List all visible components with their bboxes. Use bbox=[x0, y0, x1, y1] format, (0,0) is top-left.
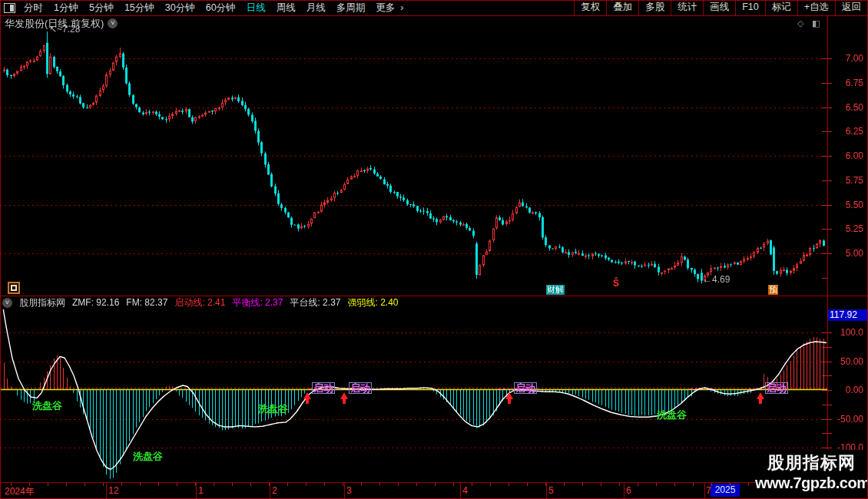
week-tick bbox=[140, 483, 141, 486]
watermark-url: www.7gpzb.com bbox=[755, 474, 868, 492]
watermark-site-name: 股朋指标网 bbox=[755, 451, 868, 474]
price-axis-label: 5.50 bbox=[830, 200, 863, 210]
month-label: 7 bbox=[706, 485, 711, 496]
week-tick bbox=[638, 483, 638, 486]
indicator-axis-tick bbox=[828, 332, 832, 333]
menu-item-更多[interactable]: 更多 bbox=[370, 1, 400, 15]
indicator-axis-tick bbox=[828, 405, 832, 405]
menu-item-F10[interactable]: F10 bbox=[735, 0, 765, 15]
week-tick bbox=[674, 483, 675, 486]
menu-item-月线[interactable]: 月线 bbox=[301, 1, 331, 15]
panel-divider[interactable] bbox=[0, 296, 868, 296]
menu-item-复权[interactable]: 复权 bbox=[574, 0, 606, 15]
axis-divider bbox=[827, 16, 828, 482]
month-divider bbox=[460, 483, 461, 498]
menu-item-1分钟[interactable]: 1分钟 bbox=[48, 1, 84, 15]
price-axis-tick bbox=[828, 58, 832, 59]
indicator-axis-tick bbox=[828, 375, 832, 376]
menu-item-标记[interactable]: 标记 bbox=[765, 0, 797, 15]
price-axis-tick bbox=[828, 107, 832, 108]
week-tick bbox=[730, 483, 731, 486]
month-divider bbox=[704, 483, 705, 498]
week-tick bbox=[250, 483, 251, 486]
split-window-icon[interactable] bbox=[4, 3, 15, 13]
menu-item-分时[interactable]: 分时 bbox=[18, 1, 48, 15]
menu-item-返回[interactable]: 返回 bbox=[835, 0, 867, 15]
week-tick bbox=[582, 483, 583, 486]
title-bar-icon-0[interactable]: ◇ bbox=[797, 18, 803, 28]
week-tick bbox=[324, 483, 325, 486]
chart-title-bar[interactable]: 华发股份(日线.前复权) ˅ bbox=[5, 18, 118, 29]
indicator-field-0: ZMF: 92.16 bbox=[72, 297, 119, 308]
week-tick bbox=[177, 483, 177, 486]
price-axis-label: 6.00 bbox=[830, 150, 863, 161]
week-tick bbox=[619, 483, 620, 486]
indicator-current-value: 117.92 bbox=[828, 309, 868, 321]
price-axis-label: 6.25 bbox=[830, 126, 863, 137]
price-axis-label: 6.50 bbox=[830, 102, 863, 113]
price-axis-tick bbox=[828, 156, 832, 157]
month-label: 2 bbox=[272, 485, 277, 496]
menu-item-周线[interactable]: 周线 bbox=[271, 1, 301, 15]
price-axis-label: 7.00 bbox=[830, 53, 863, 64]
menu-item-日线[interactable]: 日线 bbox=[241, 1, 271, 15]
price-axis-tick bbox=[828, 205, 832, 206]
title-bar-icon-1[interactable]: ◧ bbox=[812, 18, 820, 28]
chevron-down-icon[interactable]: ˅ bbox=[2, 298, 12, 308]
menu-item-多股[interactable]: 多股 bbox=[638, 0, 671, 15]
more-arrow-icon[interactable]: › bbox=[400, 1, 403, 15]
tool-menu-items: 复权叠加多股统计画线F10标记+自选返回 bbox=[574, 0, 867, 15]
price-axis-label: 5.75 bbox=[830, 175, 863, 186]
menu-item-叠加[interactable]: 叠加 bbox=[606, 0, 638, 15]
week-tick bbox=[29, 483, 30, 486]
main-candlestick-chart[interactable] bbox=[0, 31, 827, 296]
timeline-axis[interactable]: 2025 2024年121234567 bbox=[0, 483, 868, 498]
month-divider bbox=[546, 483, 547, 498]
stock-title[interactable]: 华发股份(日线.前复权) bbox=[5, 17, 104, 31]
restore-panel-icon[interactable] bbox=[8, 282, 20, 294]
month-divider bbox=[106, 483, 107, 498]
week-tick bbox=[490, 483, 491, 486]
week-tick bbox=[379, 483, 380, 486]
indicator-field-2: 启动线: 2.41 bbox=[174, 296, 225, 309]
indicator-axis-label: 50.00 bbox=[830, 356, 863, 367]
week-tick bbox=[472, 483, 472, 486]
indicator-axis-tick bbox=[828, 433, 832, 434]
menu-item-+自选[interactable]: +自选 bbox=[797, 0, 835, 15]
month-label: 3 bbox=[346, 485, 352, 496]
indicator-source[interactable]: 股朋指标网 bbox=[19, 296, 65, 309]
week-tick bbox=[361, 483, 362, 486]
indicator-field-1: FM: 82.37 bbox=[126, 297, 167, 308]
indicator-axis-tick bbox=[828, 419, 832, 420]
chevron-down-icon[interactable]: ˅ bbox=[108, 18, 118, 28]
watermark: 股朋指标网 www.7gpzb.com bbox=[755, 450, 868, 499]
indicator-field-5: 强弱线: 2.40 bbox=[347, 296, 398, 309]
menu-item-30分钟[interactable]: 30分钟 bbox=[160, 1, 200, 15]
menu-item-15分钟[interactable]: 15分钟 bbox=[119, 1, 160, 15]
indicator-field-3: 平衡线: 2.37 bbox=[232, 296, 283, 309]
indicator-field-4: 平台线: 2.37 bbox=[290, 296, 340, 309]
week-tick bbox=[564, 483, 565, 486]
week-tick bbox=[11, 483, 12, 486]
price-axis-tick bbox=[828, 180, 832, 181]
menu-item-多周期[interactable]: 多周期 bbox=[331, 1, 371, 15]
month-label: 2024年 bbox=[5, 485, 35, 498]
indicator-axis-tick bbox=[828, 347, 832, 348]
menu-item-统计[interactable]: 统计 bbox=[671, 0, 703, 15]
week-tick bbox=[435, 483, 436, 486]
week-tick bbox=[656, 483, 657, 486]
month-divider bbox=[624, 483, 624, 498]
week-tick bbox=[527, 483, 528, 486]
week-tick bbox=[232, 483, 233, 486]
price-axis-tick bbox=[828, 253, 832, 254]
week-tick bbox=[711, 483, 712, 486]
month-divider bbox=[344, 483, 345, 498]
week-tick bbox=[195, 483, 196, 486]
week-tick bbox=[416, 483, 417, 486]
indicator-axis-label: 0.00 bbox=[830, 385, 863, 395]
indicator-chart[interactable] bbox=[0, 296, 827, 482]
menu-item-5分钟[interactable]: 5分钟 bbox=[84, 1, 119, 15]
menu-item-60分钟[interactable]: 60分钟 bbox=[200, 1, 241, 15]
month-label: 1 bbox=[198, 485, 204, 496]
menu-item-画线[interactable]: 画线 bbox=[703, 0, 735, 15]
